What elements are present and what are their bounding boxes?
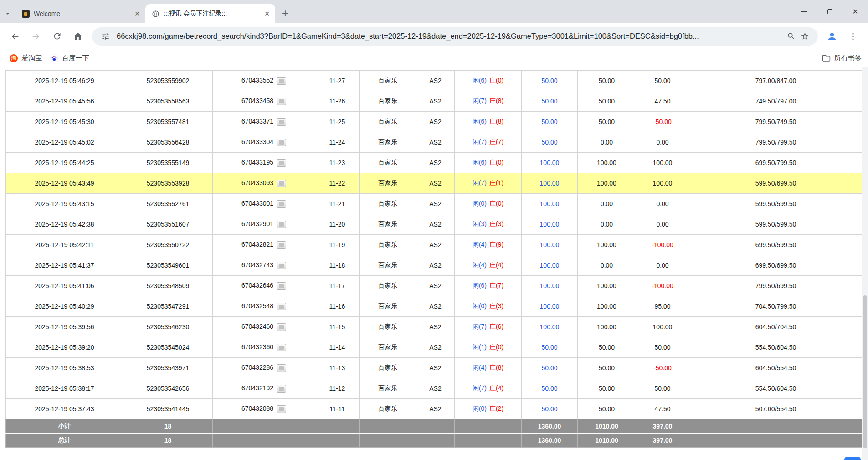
menu-dots-icon[interactable]: [844, 27, 862, 46]
url-text[interactable]: 66cxkj98.com/game/betrecord_search/kind3…: [117, 32, 780, 41]
bookmark-taobao[interactable]: 淘 爱淘宝: [5, 52, 46, 65]
site-settings-tune-icon[interactable]: [98, 30, 112, 43]
tab-bet-records[interactable]: :::视讯 会员下注纪录::: ✕: [145, 4, 275, 23]
bet-amount-cell: 100.00: [522, 235, 578, 255]
bet-time: 2025-12-19 05:43:15: [6, 194, 123, 214]
total-count: 18: [123, 434, 213, 448]
bet-amount-link[interactable]: 100.00: [540, 200, 560, 207]
video-replay-icon[interactable]: [277, 180, 286, 187]
result-cell: 闲(7)庄(8): [455, 91, 522, 112]
floating-blue-button[interactable]: [844, 457, 861, 460]
bet-amount-link[interactable]: 50.00: [541, 405, 557, 413]
table-name: AS2: [416, 71, 455, 91]
video-replay-icon[interactable]: [277, 385, 286, 393]
game-id-cell: 670433304: [213, 132, 315, 153]
round-number: 11-22: [315, 173, 360, 194]
bet-amount-link[interactable]: 50.00: [541, 385, 557, 392]
total-bet: 1360.00: [522, 434, 578, 448]
bookmark-baidu[interactable]: 百度一下: [46, 52, 93, 65]
profile-avatar-icon[interactable]: [823, 27, 841, 46]
table-row: 2025-12-19 05:45:56 523053558563 6704334…: [6, 91, 863, 112]
bet-id: 523053547291: [123, 296, 213, 317]
game-name: 百家乐: [360, 153, 416, 173]
game-id-cell: 670433195: [213, 153, 315, 173]
table-name: AS2: [416, 132, 455, 153]
game-name: 百家乐: [360, 71, 416, 91]
address-bar[interactable]: 66cxkj98.com/game/betrecord_search/kind3…: [92, 27, 818, 46]
bet-amount-link[interactable]: 50.00: [541, 344, 557, 351]
video-replay-icon[interactable]: [277, 364, 286, 372]
video-replay-icon[interactable]: [277, 221, 286, 228]
video-replay-icon[interactable]: [277, 159, 286, 167]
bet-amount-link[interactable]: 50.00: [541, 118, 557, 125]
bet-amount-link[interactable]: 100.00: [540, 262, 560, 269]
bet-amount-link[interactable]: 50.00: [541, 139, 557, 146]
player-result: 闲(7): [473, 323, 487, 330]
all-bookmarks-button[interactable]: 所有书签: [822, 54, 863, 62]
bet-id: 523053546230: [123, 317, 213, 337]
forward-icon[interactable]: [27, 27, 45, 46]
game-name: 百家乐: [360, 214, 416, 235]
minimize-button[interactable]: [791, 0, 817, 23]
banker-result: 庄(7): [489, 138, 503, 145]
player-result: 闲(4): [473, 261, 487, 269]
video-replay-icon[interactable]: [277, 200, 286, 208]
game-id: 670433093: [241, 179, 273, 186]
video-replay-icon[interactable]: [277, 405, 286, 413]
scrollbar-thumb[interactable]: [863, 295, 867, 448]
bookmarks-divider: [817, 54, 817, 63]
back-icon[interactable]: [6, 27, 24, 46]
tab-close-icon[interactable]: ✕: [262, 9, 272, 18]
video-replay-icon[interactable]: [277, 262, 286, 269]
round-number: 11-18: [315, 255, 360, 276]
video-replay-icon[interactable]: [277, 282, 286, 290]
bet-amount-link[interactable]: 50.00: [541, 77, 557, 84]
video-replay-icon[interactable]: [277, 118, 286, 126]
video-replay-icon[interactable]: [277, 344, 286, 351]
video-replay-icon[interactable]: [277, 323, 286, 331]
bet-time: 2025-12-19 05:38:53: [6, 358, 123, 378]
bet-amount-link[interactable]: 100.00: [540, 241, 560, 248]
video-replay-icon[interactable]: [277, 241, 286, 249]
bookmark-star-icon[interactable]: [798, 30, 812, 43]
table-name: AS2: [416, 91, 455, 112]
zoom-icon[interactable]: [784, 30, 798, 43]
bet-amount-link[interactable]: 50.00: [541, 364, 557, 372]
game-id-cell: 670432646: [213, 276, 315, 296]
video-replay-icon[interactable]: [277, 139, 286, 146]
vertical-scrollbar[interactable]: [862, 67, 868, 460]
video-replay-icon[interactable]: [277, 98, 286, 105]
bet-amount-link[interactable]: 50.00: [541, 98, 557, 105]
maximize-button[interactable]: [817, 0, 842, 23]
valid-amount: 100.00: [578, 296, 636, 317]
video-replay-icon[interactable]: [277, 303, 286, 310]
all-bookmarks-label: 所有书签: [834, 54, 862, 62]
bet-amount-link[interactable]: 100.00: [540, 282, 560, 289]
video-replay-icon[interactable]: [277, 77, 286, 85]
game-id: 670432360: [241, 343, 273, 351]
table-name: AS2: [416, 153, 455, 173]
navigation-bar: 66cxkj98.com/game/betrecord_search/kind3…: [0, 23, 868, 49]
balance: 599.50/699.50: [689, 173, 863, 194]
bet-amount-link[interactable]: 100.00: [540, 180, 560, 187]
game-name: 百家乐: [360, 91, 416, 112]
tab-welcome[interactable]: Welcome ✕: [15, 4, 145, 23]
result-cell: 闲(0)庄(2): [455, 399, 522, 419]
globe-favicon-icon: [151, 10, 159, 18]
bet-amount-link[interactable]: 100.00: [540, 221, 560, 228]
bet-amount-link[interactable]: 100.00: [540, 159, 560, 166]
new-tab-button[interactable]: +: [278, 6, 293, 21]
player-result: 闲(6): [473, 77, 487, 84]
total-valid: 1010.00: [578, 434, 636, 448]
close-button[interactable]: ✕: [842, 0, 868, 23]
bet-time: 2025-12-19 05:46:29: [6, 71, 123, 91]
result-cell: 闲(6)庄(0): [455, 153, 522, 173]
winloss-amount: 0.00: [636, 255, 689, 276]
tab-close-icon[interactable]: ✕: [133, 9, 142, 18]
home-icon[interactable]: [69, 27, 87, 46]
refresh-icon[interactable]: [48, 27, 66, 46]
tab-search-chevron-icon[interactable]: [0, 4, 15, 23]
bet-amount-link[interactable]: 100.00: [540, 303, 560, 310]
bet-amount-link[interactable]: 100.00: [540, 323, 560, 331]
game-id: 670432088: [241, 405, 273, 412]
